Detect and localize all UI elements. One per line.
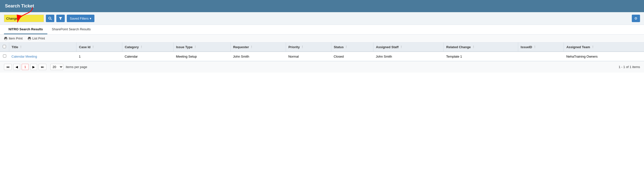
col-header-status: Status ⋮ — [331, 42, 373, 52]
saved-filters-label: Saved Filters — [70, 17, 89, 20]
col-menu-priority[interactable]: ⋮ — [301, 45, 304, 49]
cell-assigned-team: NehaTraining Owners — [564, 52, 644, 61]
svg-rect-6 — [5, 38, 7, 39]
col-menu-issue-id[interactable]: ⋮ — [534, 45, 536, 49]
svg-point-11 — [30, 38, 30, 39]
col-header-priority: Priority ⋮ — [286, 42, 331, 52]
saved-filters-button[interactable]: Saved Filters ▾ — [67, 15, 94, 22]
cell-title: Calendar Meeting — [9, 52, 76, 61]
col-menu-case-id[interactable]: ⋮ — [92, 45, 94, 49]
per-page-label: items per page — [66, 65, 87, 69]
col-menu-related-change[interactable]: ⋮ — [472, 45, 475, 49]
svg-line-1 — [50, 19, 52, 20]
cell-related-change: Template 1 — [444, 52, 518, 61]
pagination-bar: ⏮ ◀ 1 ▶ ⏭ 20 50 100 items per page 1 - 1… — [0, 61, 644, 73]
select-all-checkbox[interactable] — [3, 45, 6, 48]
printer-icon — [4, 37, 8, 40]
results-table: Title ⋮ Case Id ⋮ Category ⋮ — [0, 42, 644, 61]
col-header-title: Title ⋮ — [9, 42, 76, 52]
table-header-row: Title ⋮ Case Id ⋮ Category ⋮ — [0, 42, 644, 52]
col-menu-category[interactable]: ⋮ — [140, 45, 143, 49]
item-print-label: Item Print — [9, 36, 23, 40]
items-per-page-select[interactable]: 20 50 100 — [50, 64, 63, 70]
row-select-cell — [0, 52, 9, 61]
list-printer-icon — [28, 37, 31, 40]
next-page-button[interactable]: ▶ — [30, 64, 37, 70]
col-header-issue-id: IssueID ⋮ — [518, 42, 564, 52]
col-menu-assigned-team[interactable]: ⋮ — [592, 45, 594, 49]
pagination-summary: 1 - 1 of 1 items — [618, 65, 640, 69]
tab-sharepoint-search[interactable]: SharePoint Search Results — [47, 25, 95, 34]
svg-point-0 — [48, 17, 51, 19]
cell-assigned-staff: John Smith — [373, 52, 444, 61]
last-page-button[interactable]: ⏭ — [38, 64, 46, 70]
cell-priority: Normal — [286, 52, 331, 61]
tabs-wrapper: NITRO Search Results SharePoint Search R… — [0, 25, 644, 34]
col-menu-requester[interactable]: ⋮ — [250, 45, 253, 49]
col-header-assigned-team: Assigned Team ⋮ — [564, 42, 644, 52]
search-input[interactable] — [4, 15, 44, 22]
current-page: 1 — [22, 64, 29, 70]
col-menu-status[interactable]: ⋮ — [345, 45, 348, 49]
table-body: Calendar Meeting 1 Calendar Meeting Setu… — [0, 52, 644, 61]
page-title: Search Ticket — [0, 0, 644, 12]
toolbar: Saved Filters ▾ ⚙ — [0, 12, 644, 25]
col-header-category: Category ⋮ — [122, 42, 174, 52]
col-menu-assigned-staff[interactable]: ⋮ — [400, 45, 402, 49]
cell-issue-type: Meeting Setup — [174, 52, 230, 61]
results-table-container: Title ⋮ Case Id ⋮ Category ⋮ — [0, 42, 644, 61]
tab-nitro-search[interactable]: NITRO Search Results — [4, 25, 47, 34]
cell-category: Calendar — [122, 52, 174, 61]
col-menu-title[interactable]: ⋮ — [20, 45, 22, 49]
filter-button[interactable] — [56, 15, 65, 22]
svg-marker-2 — [59, 17, 62, 20]
print-bar: Item Print List Print — [0, 34, 644, 42]
prev-page-button[interactable]: ◀ — [13, 64, 20, 70]
row-checkbox[interactable] — [3, 54, 6, 58]
cell-requester: John Smith — [230, 52, 286, 61]
col-menu-issue-type[interactable]: ⋮ — [194, 45, 196, 49]
col-header-requester: Requester ⋮ — [230, 42, 286, 52]
svg-rect-10 — [28, 38, 30, 39]
first-page-button[interactable]: ⏮ — [4, 64, 12, 70]
svg-point-7 — [6, 38, 7, 39]
gear-button[interactable]: ⚙ — [632, 15, 640, 22]
item-print-button[interactable]: Item Print — [4, 36, 23, 40]
col-select — [0, 42, 9, 52]
col-header-related-change: Related Change ⋮ — [444, 42, 518, 52]
title-link[interactable]: Calendar Meeting — [12, 55, 37, 58]
cell-status: Closed — [331, 52, 373, 61]
table-row: Calendar Meeting 1 Calendar Meeting Setu… — [0, 52, 644, 61]
saved-filters-dropdown-icon: ▾ — [90, 17, 92, 20]
toolbar-right-area: ⚙ — [632, 15, 640, 22]
cell-issue-id — [518, 52, 564, 61]
cell-case-id: 1 — [76, 52, 122, 61]
search-button[interactable] — [46, 15, 54, 22]
col-header-assigned-staff: Assigned Staff ⋮ — [373, 42, 444, 52]
col-header-case-id: Case Id ⋮ — [76, 42, 122, 52]
col-header-issue-type: Issue Type ⋮ — [174, 42, 230, 52]
tabs-bar: NITRO Search Results SharePoint Search R… — [0, 25, 644, 34]
list-print-label: List Print — [32, 36, 45, 40]
list-print-button[interactable]: List Print — [28, 36, 45, 40]
